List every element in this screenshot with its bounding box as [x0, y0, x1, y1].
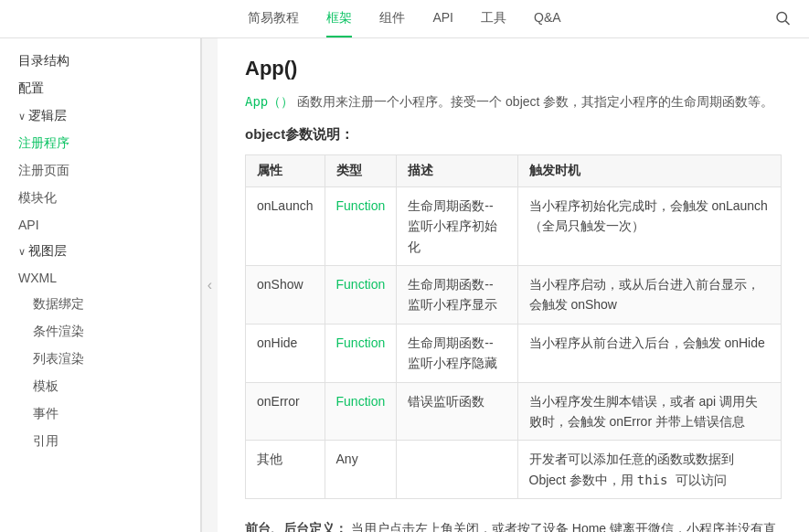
main-layout: 目录结构 配置 逻辑层 注册程序 注册页面 模块化 API 视图层 WXML 数…: [0, 38, 809, 532]
func-type-label: Function: [336, 277, 386, 292]
func-type-label: Function: [336, 394, 386, 409]
table-row: onErrorFunction错误监听函数当小程序发生脚本错误，或者 api 调…: [246, 382, 782, 441]
content-area: App() App（） 函数用来注册一个小程序。接受一个 object 参数，其…: [218, 38, 809, 532]
sidebar-item-wxml[interactable]: WXML: [0, 265, 200, 291]
cell-attr: onLaunch: [246, 186, 325, 265]
col-header-trigger: 触发时机: [517, 154, 782, 186]
cell-desc: 错误监听函数: [397, 382, 517, 441]
sidebar-section-logic[interactable]: 逻辑层: [0, 102, 200, 130]
sidebar-item-config[interactable]: 配置: [0, 75, 200, 102]
sidebar-item-conditional[interactable]: 条件渲染: [0, 318, 200, 346]
param-table: 属性 类型 描述 触发时机 onLaunchFunction生命周期函数--监听…: [245, 154, 782, 499]
cell-attr: onShow: [246, 265, 325, 324]
svg-line-1: [785, 20, 789, 24]
func-type-label: Function: [336, 335, 386, 350]
sidebar-item-events[interactable]: 事件: [0, 400, 200, 428]
cell-type: Function: [325, 265, 397, 324]
nav-item-api[interactable]: API: [432, 1, 453, 37]
sidebar: 目录结构 配置 逻辑层 注册程序 注册页面 模块化 API 视图层 WXML 数…: [0, 38, 201, 532]
cell-trigger: 当小程序启动，或从后台进入前台显示，会触发 onShow: [517, 265, 782, 324]
cell-desc: 生命周期函数--监听小程序初始化: [397, 186, 517, 265]
this-code: this: [637, 473, 676, 487]
sidebar-item-template[interactable]: 模板: [0, 373, 200, 400]
app-code-ref: App（）: [245, 94, 293, 109]
cell-type: Function: [325, 186, 397, 265]
cell-attr: onError: [246, 382, 325, 441]
nav-item-qa[interactable]: Q&A: [534, 1, 561, 37]
sidebar-item-api-logic[interactable]: API: [0, 212, 200, 238]
top-nav: 简易教程 框架 组件 API 工具 Q&A: [0, 0, 809, 38]
sidebar-item-register-app[interactable]: 注册程序: [0, 130, 200, 157]
table-row: onHideFunction生命周期函数--监听小程序隐藏当小程序从前台进入后台…: [246, 324, 782, 382]
svg-point-0: [777, 12, 787, 22]
sidebar-item-directory[interactable]: 目录结构: [0, 48, 200, 75]
cell-desc: 生命周期函数--监听小程序显示: [397, 265, 517, 324]
sidebar-item-register-page[interactable]: 注册页面: [0, 157, 200, 185]
sidebar-item-list-render[interactable]: 列表渲染: [0, 346, 200, 373]
cell-type: Function: [325, 382, 397, 441]
sidebar-item-data-binding[interactable]: 数据绑定: [0, 291, 200, 318]
cell-trigger: 当小程序初始化完成时，会触发 onLaunch（全局只触发一次）: [517, 186, 782, 265]
sidebar-item-modular[interactable]: 模块化: [0, 185, 200, 212]
table-row: onLaunchFunction生命周期函数--监听小程序初始化当小程序初始化完…: [246, 186, 782, 265]
sidebar-collapse-button[interactable]: ‹: [201, 38, 218, 532]
table-row: onShowFunction生命周期函数--监听小程序显示当小程序启动，或从后台…: [246, 265, 782, 324]
func-type-label: Function: [336, 198, 386, 213]
sidebar-section-view[interactable]: 视图层: [0, 238, 200, 265]
col-header-attr: 属性: [246, 154, 325, 186]
search-icon[interactable]: [774, 9, 791, 28]
footer-text-1: 前台、后台定义： 当用户点击左上角关闭，或者按了设备 Home 键离开微信，小程…: [245, 517, 782, 532]
cell-type: Function: [325, 324, 397, 382]
cell-desc: [397, 441, 517, 499]
nav-item-framework[interactable]: 框架: [326, 1, 352, 37]
col-header-desc: 描述: [397, 154, 517, 186]
col-header-type: 类型: [325, 154, 397, 186]
cell-trigger: 开发者可以添加任意的函数或数据到 Object 参数中，用 this 可以访问: [517, 441, 782, 499]
nav-item-tutorial[interactable]: 简易教程: [248, 1, 299, 37]
cell-desc: 生命周期函数--监听小程序隐藏: [397, 324, 517, 382]
table-row: 其他Any开发者可以添加任意的函数或数据到 Object 参数中，用 this …: [246, 441, 782, 499]
footer-label-1: 前台、后台定义：: [245, 521, 347, 532]
param-heading: object参数说明：: [245, 126, 782, 144]
page-title: App(): [245, 57, 782, 80]
intro-body: 函数用来注册一个小程序。接受一个 object 参数，其指定小程序的生命周期函数…: [297, 94, 773, 109]
nav-items: 简易教程 框架 组件 API 工具 Q&A: [248, 1, 560, 37]
cell-type: Any: [325, 441, 397, 499]
sidebar-item-reference[interactable]: 引用: [0, 428, 200, 455]
nav-item-tools[interactable]: 工具: [481, 1, 506, 37]
intro-text: App（） 函数用来注册一个小程序。接受一个 object 参数，其指定小程序的…: [245, 91, 782, 113]
cell-attr: 其他: [246, 441, 325, 499]
cell-trigger: 当小程序发生脚本错误，或者 api 调用失败时，会触发 onError 并带上错…: [517, 382, 782, 441]
cell-trigger: 当小程序从前台进入后台，会触发 onHide: [517, 324, 782, 382]
nav-item-components[interactable]: 组件: [379, 1, 405, 37]
cell-attr: onHide: [246, 324, 325, 382]
